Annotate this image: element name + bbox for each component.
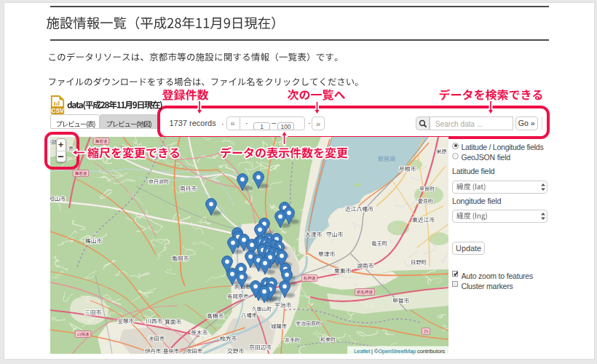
svg-text:CSV: CSV	[51, 107, 64, 114]
